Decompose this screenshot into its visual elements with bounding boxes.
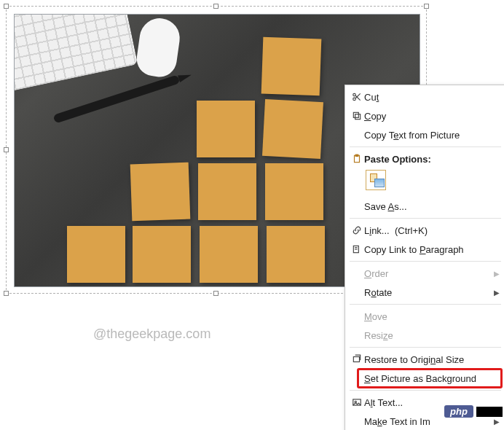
menu-separator xyxy=(350,218,501,219)
scissors-icon xyxy=(350,92,364,102)
paste-options-row xyxy=(345,168,504,197)
menu-label: Save As... xyxy=(364,201,500,212)
redaction-bar xyxy=(476,407,503,417)
svg-rect-7 xyxy=(355,155,358,156)
submenu-arrow-icon: ▶ xyxy=(492,270,500,278)
menu-label: Order xyxy=(364,268,492,279)
menu-item-link[interactable]: Link... (Ctrl+K) xyxy=(345,221,504,240)
menu-label: Move xyxy=(364,311,500,322)
menu-header-paste-options: Paste Options: xyxy=(345,149,504,168)
menu-label: Link... (Ctrl+K) xyxy=(364,225,500,236)
menu-separator xyxy=(350,347,501,348)
menu-label: Make Text in Im xyxy=(364,416,492,427)
menu-item-order: Order ▶ xyxy=(345,264,504,283)
menu-label: Restore to Original Size xyxy=(364,354,500,365)
menu-item-cut[interactable]: Cut xyxy=(345,87,504,106)
resize-handle[interactable] xyxy=(424,4,429,9)
menu-label: Copy xyxy=(364,111,500,122)
menu-item-set-picture-as-background[interactable]: Set Picture as Background xyxy=(345,369,504,388)
menu-item-move: Move xyxy=(345,307,504,326)
resize-handle[interactable] xyxy=(213,291,218,296)
menu-item-copy-text-from-picture[interactable]: Copy Text from Picture xyxy=(345,125,504,144)
menu-label: Rotate xyxy=(364,287,492,298)
menu-label: Copy Text from Picture xyxy=(364,130,500,141)
paragraph-link-icon xyxy=(350,244,364,254)
resize-handle[interactable] xyxy=(4,291,9,296)
svg-point-0 xyxy=(353,93,356,96)
alt-text-icon xyxy=(350,397,364,407)
menu-separator xyxy=(350,304,501,305)
svg-point-1 xyxy=(353,98,356,101)
menu-label: Resize xyxy=(364,330,500,341)
resize-handle[interactable] xyxy=(4,147,9,152)
clipboard-icon xyxy=(350,154,364,164)
restore-size-icon xyxy=(350,354,364,364)
menu-label: Cut xyxy=(364,92,500,103)
menu-item-copy-link-to-paragraph[interactable]: Copy Link to Paragraph xyxy=(345,240,504,259)
php-badge: php xyxy=(444,405,473,418)
menu-separator xyxy=(350,261,501,262)
menu-item-rotate[interactable]: Rotate ▶ xyxy=(345,283,504,302)
link-icon xyxy=(350,225,364,235)
resize-handle[interactable] xyxy=(4,4,9,9)
svg-rect-5 xyxy=(353,112,358,117)
menu-item-restore-original-size[interactable]: Restore to Original Size xyxy=(345,350,504,369)
menu-item-copy[interactable]: Copy xyxy=(345,106,504,125)
picture-context-menu: Cut Copy Copy Text from Picture Paste Op… xyxy=(344,85,504,430)
resize-handle[interactable] xyxy=(213,4,218,9)
paste-keep-formatting-button[interactable] xyxy=(366,170,386,190)
svg-rect-4 xyxy=(355,114,361,120)
svg-rect-11 xyxy=(353,357,359,362)
menu-label: Copy Link to Paragraph xyxy=(364,244,500,255)
menu-separator xyxy=(350,390,501,391)
menu-label: Paste Options: xyxy=(364,154,500,165)
copy-icon xyxy=(350,111,364,121)
watermark-text: @thegeekpage.com xyxy=(93,327,210,342)
menu-item-save-as[interactable]: Save As... xyxy=(345,197,504,216)
submenu-arrow-icon: ▶ xyxy=(492,289,500,297)
submenu-arrow-icon: ▶ xyxy=(492,418,500,426)
menu-separator xyxy=(350,146,501,147)
menu-item-resize: Resize xyxy=(345,326,504,345)
menu-label: Set Picture as Background xyxy=(364,373,500,384)
